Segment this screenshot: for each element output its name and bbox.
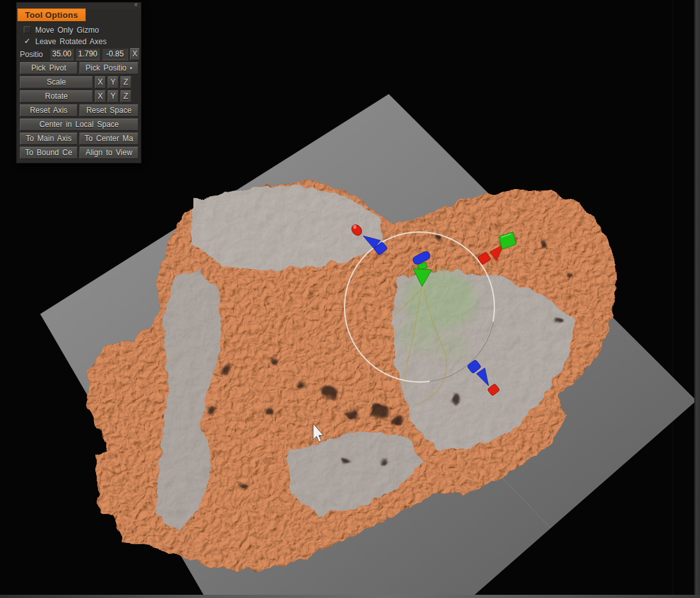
reset-axis-button[interactable]: Reset Axis bbox=[20, 104, 77, 117]
panel-tab-row: Tool Options bbox=[17, 9, 141, 21]
center-row: Center in Local Space bbox=[20, 119, 138, 131]
tab-tool-options[interactable]: Tool Options bbox=[17, 8, 86, 21]
position-z-field[interactable]: -0.85 bbox=[102, 48, 128, 60]
to-bound-row: To Bound Ce Align to View bbox=[20, 147, 138, 159]
position-row: Positio 35.00 1.790 -0.85 X bbox=[20, 48, 138, 60]
bottom-edge-strip bbox=[0, 595, 700, 598]
rotate-x-button[interactable]: X bbox=[95, 90, 106, 103]
move-only-gizmo-row[interactable]: Move Only Gizmo bbox=[20, 25, 138, 35]
pick-position-value: Pick Positio bbox=[85, 63, 126, 74]
chevron-down-icon: ▾ bbox=[130, 63, 133, 74]
scale-button[interactable]: Scale bbox=[20, 76, 93, 88]
tool-options-panel: × Tool Options Move Only Gizmo ✓ Leave R… bbox=[16, 2, 142, 163]
scale-x-button[interactable]: X bbox=[95, 76, 106, 88]
panel-body: Move Only Gizmo ✓ Leave Rotated Axes Pos… bbox=[17, 21, 141, 163]
center-in-local-space-button[interactable]: Center in Local Space bbox=[20, 119, 138, 131]
position-label: Positio bbox=[20, 50, 48, 59]
position-y-field[interactable]: 1.790 bbox=[76, 48, 100, 60]
position-x-field[interactable]: 35.00 bbox=[50, 48, 74, 60]
right-edge-strip bbox=[694, 0, 700, 598]
rotate-z-button[interactable]: Z bbox=[120, 90, 131, 103]
move-only-gizmo-label: Move Only Gizmo bbox=[35, 26, 99, 35]
leave-rotated-axes-label: Leave Rotated Axes bbox=[35, 37, 106, 46]
checkbox-unchecked-icon[interactable] bbox=[24, 26, 31, 33]
rotate-y-button[interactable]: Y bbox=[108, 90, 118, 103]
pick-pivot-button[interactable]: Pick Pivot bbox=[20, 62, 77, 74]
app-window: × Tool Options Move Only Gizmo ✓ Leave R… bbox=[0, 0, 700, 598]
scale-row: Scale X Y Z bbox=[20, 76, 138, 88]
to-main-axis-button[interactable]: To Main Axis bbox=[20, 133, 77, 145]
scale-y-button[interactable]: Y bbox=[108, 76, 118, 88]
align-to-view-button[interactable]: Align to View bbox=[79, 147, 138, 159]
specular-dot bbox=[354, 225, 357, 229]
to-main-row: To Main Axis To Center Ma bbox=[20, 133, 138, 145]
checkmark-icon[interactable]: ✓ bbox=[24, 38, 31, 45]
rotate-button[interactable]: Rotate bbox=[20, 90, 93, 103]
position-clear-button[interactable]: X bbox=[130, 48, 140, 60]
pick-position-dropdown[interactable]: Pick Positio ▾ bbox=[79, 62, 138, 74]
reset-space-button[interactable]: Reset Space bbox=[79, 104, 138, 117]
close-icon[interactable]: × bbox=[134, 2, 138, 8]
leave-rotated-axes-row[interactable]: ✓ Leave Rotated Axes bbox=[20, 37, 138, 46]
scale-z-button[interactable]: Z bbox=[120, 76, 131, 88]
to-center-mass-button[interactable]: To Center Ma bbox=[79, 133, 138, 145]
to-bound-center-button[interactable]: To Bound Ce bbox=[20, 147, 77, 159]
reset-row: Reset Axis Reset Space bbox=[20, 104, 138, 117]
pick-row: Pick Pivot Pick Positio ▾ bbox=[20, 62, 138, 74]
rotate-row: Rotate X Y Z bbox=[20, 90, 138, 103]
